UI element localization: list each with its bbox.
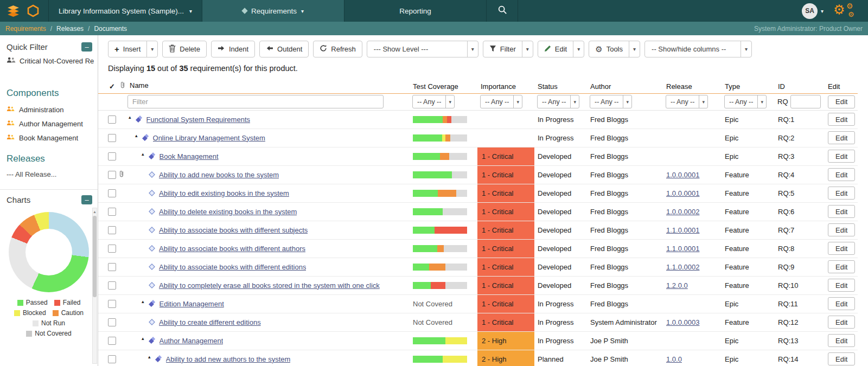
charts-scrollbar[interactable]: ▲ [92,208,97,364]
search-button[interactable] [487,0,518,22]
row-checkbox[interactable] [108,171,116,179]
expand-collapse-icon[interactable]: ▴ [142,151,144,157]
select-all-icon[interactable]: ✓ [109,82,115,91]
row-checkbox[interactable] [108,208,116,216]
component-item-book-management[interactable]: Book Management [0,131,98,145]
requirement-link[interactable]: Ability to associate books with differen… [159,226,308,234]
row-checkbox[interactable] [108,300,116,308]
indent-button[interactable]: Indent [211,41,255,57]
row-checkbox[interactable] [108,281,116,290]
requirement-link[interactable]: Ability to create different editions [159,318,261,326]
requirement-link[interactable]: Ability to edit existing books in the sy… [159,189,289,197]
edit-toolbar-button[interactable]: Edit ▾ [538,41,584,57]
breadcrumb-requirements[interactable]: Requirements [5,25,46,33]
row-checkbox[interactable] [108,355,116,363]
importance-filter-select[interactable]: -- Any --▾ [480,95,522,108]
requirement-link[interactable]: Ability to associate books with differen… [159,263,306,271]
edit-button[interactable]: Edit [828,150,855,163]
row-checkbox[interactable] [108,189,116,197]
row-checkbox[interactable] [108,134,116,142]
header-importance[interactable]: Importance [477,78,534,93]
coverage-filter-select[interactable]: -- Any --▾ [412,95,455,108]
tools-dropdown[interactable]: ▾ [629,41,640,57]
release-link[interactable]: 1.0.0.0001 [666,189,699,197]
requirement-link[interactable]: Ability to delete existing books in the … [159,208,297,216]
edit-dropdown[interactable]: ▾ [573,41,584,57]
release-link[interactable]: 1.0.0.0001 [666,171,699,179]
row-checkbox[interactable] [108,245,116,253]
filter-button[interactable]: Filter ▾ [483,41,533,57]
tools-button[interactable]: ⚙ Tools ▾ [589,41,640,57]
edit-button[interactable]: Edit [828,131,855,144]
row-checkbox[interactable] [108,152,116,160]
type-filter-select[interactable]: -- Any --▾ [724,95,767,108]
row-checkbox[interactable] [108,318,116,326]
release-link[interactable]: 1.0.0 [666,355,682,363]
expand-collapse-icon[interactable]: ▴ [129,114,131,120]
insert-dropdown[interactable]: ▾ [146,41,157,57]
requirement-link[interactable]: Book Management [159,152,219,160]
release-link[interactable]: 1.1.0.0001 [666,226,699,234]
id-filter-input[interactable] [790,95,821,108]
expand-collapse-icon[interactable]: ▴ [135,133,138,138]
breadcrumb-releases[interactable]: Releases [56,25,84,33]
edit-button[interactable]: Edit [828,242,855,255]
collapse-quick-filter-button[interactable]: – [81,42,92,52]
outdent-button[interactable]: Outdent [259,41,309,57]
expand-collapse-icon[interactable]: ▴ [148,354,151,359]
edit-button[interactable]: Edit [828,297,855,310]
header-id[interactable]: ID [775,78,825,93]
breadcrumb-documents[interactable]: Documents [94,25,127,33]
hexagon-logo-icon[interactable] [27,4,40,17]
release-link[interactable]: 1.2.0.0 [666,281,688,290]
edit-button[interactable]: Edit [828,352,855,365]
component-item-administration[interactable]: Administration [0,102,98,117]
edit-button[interactable]: Edit [828,279,855,292]
edit-button[interactable]: Edit [828,260,855,273]
show-level-select[interactable]: --- Show Level --- ▾ [367,41,478,57]
filter-dropdown[interactable]: ▾ [522,41,533,57]
release-link[interactable]: 1.1.0.0002 [666,263,699,271]
row-checkbox[interactable] [108,337,116,345]
refresh-button[interactable]: Refresh [313,41,362,57]
scrollbar-thumb[interactable] [93,216,97,297]
requirement-link[interactable]: Edition Management [159,300,224,308]
edit-button[interactable]: Edit [828,168,855,181]
requirement-link[interactable]: Ability to associate books with differen… [159,245,305,253]
release-link[interactable]: 1.0.0.0002 [666,208,699,216]
row-checkbox[interactable] [108,263,116,271]
quick-filter-item[interactable]: Critical Not-Covered Re [0,55,98,67]
requirement-link[interactable]: Author Management [159,337,224,345]
header-name[interactable]: Name [118,78,410,93]
header-test-coverage[interactable]: Test Coverage [410,78,477,93]
release-filter-select[interactable]: -- Any --▾ [666,95,708,108]
user-profile-menu[interactable]: SA ▾ [802,0,828,22]
edit-button[interactable]: Edit [828,223,855,236]
collapse-charts-button[interactable]: – [81,195,92,204]
expand-collapse-icon[interactable]: ▴ [142,336,144,341]
requirement-link[interactable]: Functional System Requirements [146,115,250,124]
release-link[interactable]: 1.1.0.0001 [666,245,699,253]
tab-reporting[interactable]: Reporting [344,0,487,22]
status-filter-select[interactable]: -- Any --▾ [537,95,579,108]
requirement-link[interactable]: Ability to add new authors to the system [166,355,291,363]
component-item-author-management[interactable]: Author Management [0,117,98,131]
system-settings-button[interactable]: ⚙ ⚙ ⚙ [828,0,868,22]
requirement-link[interactable]: Ability to add new books to the system [159,171,279,179]
filter-edit-button[interactable]: Edit [828,95,855,108]
release-filter-item[interactable]: --- All Release... [0,168,98,181]
user-avatar[interactable]: SA [802,3,818,19]
delete-button[interactable]: Delete [162,41,207,57]
name-filter-input[interactable] [127,95,384,108]
insert-button[interactable]: +Insert ▾ [108,41,158,57]
layers-logo-icon[interactable] [7,4,20,18]
header-release[interactable]: Release [663,78,722,93]
header-status[interactable]: Status [534,78,587,93]
header-type[interactable]: Type [722,78,775,93]
edit-button[interactable]: Edit [828,205,855,218]
author-filter-select[interactable]: -- Any --▾ [590,95,632,108]
product-selector-menu[interactable]: Library Information System (Sample)... ▾ [49,0,202,22]
release-link[interactable]: 1.0.0.0003 [666,318,699,326]
edit-button[interactable]: Edit [828,316,855,329]
row-checkbox[interactable] [108,115,116,124]
